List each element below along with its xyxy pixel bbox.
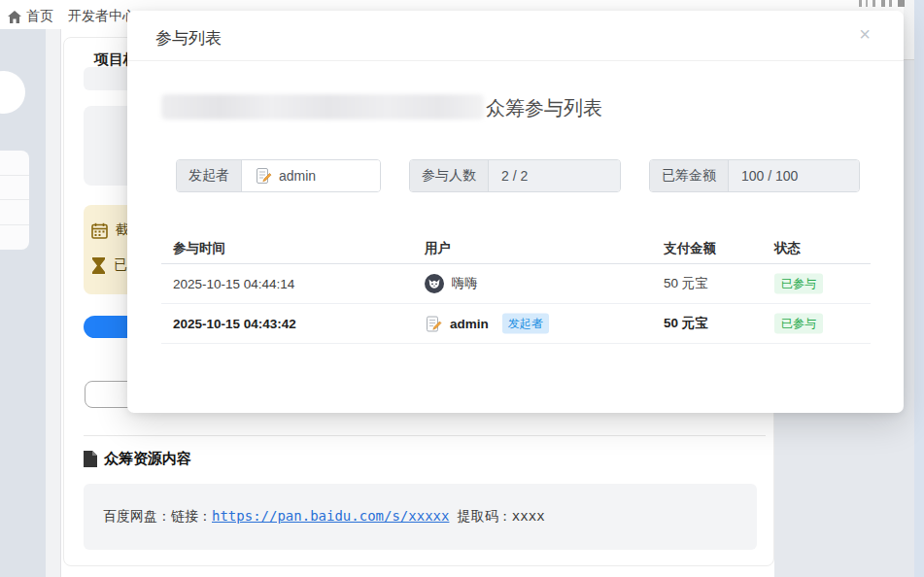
home-icon: [8, 11, 21, 23]
modal-header-divider: [127, 60, 904, 61]
raised-amount-value: 100 / 100: [729, 160, 859, 191]
initiator-label: 发起者: [177, 160, 242, 191]
status-cell: 已参与: [774, 314, 823, 334]
nav-item-developer-center[interactable]: 开发者中心: [68, 8, 136, 25]
status-badge: 已参与: [774, 274, 823, 294]
col-header-user: 用户: [425, 240, 451, 257]
user-name: admin: [450, 317, 489, 331]
memo-avatar-icon: [255, 167, 272, 185]
status-cell: 已参与: [774, 274, 823, 294]
nav-home-label: 首页: [26, 8, 53, 25]
hourglass-icon: [91, 257, 106, 274]
table-header-row: 参与时间 用户 支付金额 状态: [161, 211, 871, 264]
memo-avatar-icon: [425, 315, 442, 332]
summary-info-row: 发起者 admin 参与人数 2 / 2 已筹金额 100 / 100: [127, 159, 904, 192]
raised-amount-info-box: 已筹金额 100 / 100: [649, 159, 860, 192]
page: 首页 开发者中心 项目标 截止时间 已结束: [0, 0, 924, 577]
baidu-pan-link[interactable]: https://pan.baidu.com/s/xxxxx: [212, 508, 449, 524]
col-header-status: 状态: [774, 240, 801, 257]
calendar-icon: [91, 222, 108, 239]
user-cell: 嗨嗨: [425, 274, 478, 293]
col-header-time: 参与时间: [173, 240, 225, 257]
user-cell: admin 发起者: [425, 314, 549, 334]
resource-prefix: 百度网盘：链接：: [103, 508, 212, 524]
clipped-header-text: [859, 0, 913, 7]
sidebar-menu-item[interactable]: [0, 200, 29, 225]
sidebar-menu-item[interactable]: [0, 151, 29, 176]
resource-section-label: 众筹资源内容: [104, 450, 191, 468]
sidebar-menu-item[interactable]: [0, 176, 29, 201]
vertical-scrollbar[interactable]: [914, 0, 924, 577]
user-name: 嗨嗨: [452, 275, 478, 292]
modal-title: 参与列表: [155, 27, 222, 50]
document-icon: [84, 451, 97, 467]
sidebar-menu[interactable]: [0, 151, 29, 250]
table-row: 2025-10-15 04:43:42 admin 发起者 50 元宝 已参与: [161, 304, 871, 344]
col-header-amount: 支付金额: [664, 240, 716, 257]
participation-time: 2025-10-15 04:43:42: [173, 317, 296, 331]
initiator-name: admin: [279, 168, 316, 184]
raised-amount-label: 已筹金额: [650, 160, 729, 191]
resource-suffix: 提取码：xxxx: [449, 508, 544, 524]
status-badge: 已参与: [774, 314, 823, 334]
participation-table: 参与时间 用户 支付金额 状态 2025-10-15 04:44:14 嗨嗨 5…: [161, 211, 871, 344]
left-sidebar: [0, 29, 46, 577]
participants-value: 2 / 2: [489, 160, 620, 191]
initiator-info-box: 发起者 admin: [176, 159, 381, 192]
participation-list-modal: 参与列表 × 众筹参与列表 发起者 admin 参与人数 2 / 2 已筹金额 …: [127, 11, 904, 413]
close-icon[interactable]: ×: [855, 20, 874, 48]
modal-subtitle: 众筹参与列表: [486, 95, 602, 121]
dark-wolf-avatar-icon: [425, 274, 444, 293]
redacted-project-name: [161, 94, 484, 119]
participants-info-box: 参与人数 2 / 2: [409, 159, 621, 192]
resource-content-box: 百度网盘：链接：https://pan.baidu.com/s/xxxxx 提取…: [84, 484, 757, 550]
participation-time: 2025-10-15 04:44:14: [173, 277, 294, 291]
sidebar-menu-item[interactable]: [0, 225, 29, 251]
nav-developer-label: 开发者中心: [68, 8, 136, 25]
resource-text: 百度网盘：链接：https://pan.baidu.com/s/xxxxx 提取…: [103, 508, 545, 526]
content-divider: [84, 435, 766, 436]
resource-section-title: 众筹资源内容: [84, 450, 191, 468]
nav-item-home[interactable]: 首页: [8, 8, 53, 25]
table-row: 2025-10-15 04:44:14 嗨嗨 50 元宝 已参与: [161, 264, 871, 304]
participants-label: 参与人数: [410, 160, 489, 191]
payment-amount: 50 元宝: [664, 275, 708, 292]
sidebar-gutter: [46, 29, 61, 577]
initiator-value: admin: [242, 160, 380, 191]
sidebar-avatar[interactable]: [0, 71, 25, 114]
payment-amount: 50 元宝: [664, 315, 708, 332]
initiator-badge: 发起者: [502, 314, 549, 334]
